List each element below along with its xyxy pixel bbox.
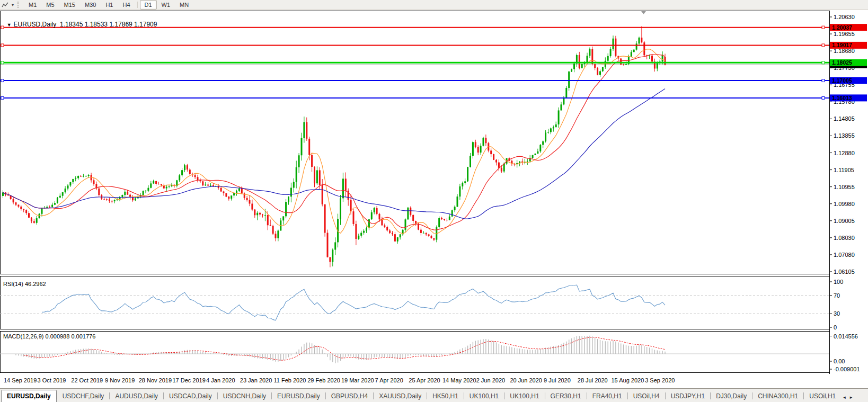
svg-text:1.18025: 1.18025 xyxy=(832,59,852,66)
svg-text:7 Apr 2020: 7 Apr 2020 xyxy=(375,377,403,383)
svg-text:23 Jan 2020: 23 Jan 2020 xyxy=(240,377,272,383)
chart-tab-ger30-h1[interactable]: GER30,H1 xyxy=(545,390,587,402)
svg-text:29 Feb 2020: 29 Feb 2020 xyxy=(307,377,340,383)
svg-text:1.08030: 1.08030 xyxy=(834,235,855,241)
chart-tab-bar: EURUSD,DailyUSDCHF,DailyAUDUSD,DailyUSDC… xyxy=(0,388,868,402)
chart-object-icon[interactable] xyxy=(0,1,10,9)
toolbar-separator xyxy=(137,2,138,8)
svg-text:20 Jun 2020: 20 Jun 2020 xyxy=(510,377,542,383)
svg-text:15 Aug 2020: 15 Aug 2020 xyxy=(612,377,644,383)
timeframe-button-mn[interactable]: MN xyxy=(175,0,193,10)
svg-text:0.014556: 0.014556 xyxy=(834,333,858,340)
chart-menu-triangle-icon[interactable]: ▼ xyxy=(7,22,12,28)
chart-tab-hk50-h1[interactable]: HK50,H1 xyxy=(427,390,464,402)
svg-text:9 Nov 2019: 9 Nov 2019 xyxy=(105,377,135,383)
svg-text:1.19017: 1.19017 xyxy=(832,42,852,48)
timeframe-button-m1[interactable]: M1 xyxy=(24,0,41,10)
svg-text:1.20037: 1.20037 xyxy=(832,24,852,31)
svg-text:19 Mar 2020: 19 Mar 2020 xyxy=(341,377,374,383)
svg-text:1.14805: 1.14805 xyxy=(834,115,855,122)
chart-tab-uk100-h1[interactable]: UK100,H1 xyxy=(464,390,504,402)
chart-tab-eurusd-daily[interactable]: EURUSD,Daily xyxy=(272,390,325,402)
chart-title: ▼EURUSD,Daily 1.18345 1.18533 1.17869 1.… xyxy=(3,13,157,28)
timeframe-button-h4[interactable]: H4 xyxy=(118,0,135,10)
toolbar-grip[interactable] xyxy=(17,2,21,8)
svg-text:3 Oct 2019: 3 Oct 2019 xyxy=(38,377,66,383)
chart-tab-usdcnh-daily[interactable]: USDCNH,Daily xyxy=(218,390,271,402)
svg-text:1.09980: 1.09980 xyxy=(834,201,855,207)
tab-scroll-left-icon[interactable]: ◂ xyxy=(841,392,848,402)
timeframe-button-m15[interactable]: M15 xyxy=(59,0,80,10)
svg-text:22 Oct 2019: 22 Oct 2019 xyxy=(71,377,103,383)
timeframe-button-d1[interactable]: D1 xyxy=(140,0,157,10)
svg-text:1.16013: 1.16013 xyxy=(832,95,852,101)
svg-text:0.00: 0.00 xyxy=(834,358,845,364)
svg-text:28 Nov 2019: 28 Nov 2019 xyxy=(139,377,172,383)
chart-tab-usoil-h4[interactable]: USOil,H4 xyxy=(628,390,665,402)
svg-text:1.12880: 1.12880 xyxy=(834,150,855,156)
chart-canvas[interactable]: 1.206301.196551.186801.177301.167551.157… xyxy=(0,0,868,402)
svg-text:9 Jul 2020: 9 Jul 2020 xyxy=(544,377,571,383)
chevron-down-icon[interactable]: ▾ xyxy=(10,3,16,7)
chart-tab-usdchf-daily[interactable]: USDCHF,Daily xyxy=(57,390,110,402)
svg-text:1.09005: 1.09005 xyxy=(834,218,855,224)
svg-text:14 Sep 2019: 14 Sep 2019 xyxy=(4,377,37,383)
svg-text:30: 30 xyxy=(834,310,840,317)
svg-text:1.17005: 1.17005 xyxy=(832,77,852,84)
svg-text:1.18680: 1.18680 xyxy=(834,48,855,54)
svg-text:28 Jul 2020: 28 Jul 2020 xyxy=(578,377,608,383)
date-axis: 14 Sep 20193 Oct 201922 Oct 20199 Nov 20… xyxy=(4,377,675,383)
chart-tab-dj30-daily[interactable]: DJ30,Daily xyxy=(711,390,752,402)
chart-tab-fra40-h1[interactable]: FRA40,H1 xyxy=(587,390,627,402)
svg-text:-0.009001: -0.009001 xyxy=(834,366,860,372)
macd-indicator-label: MACD(12,26,9) 0.000988 0.001776 xyxy=(3,333,95,340)
chart-title-quotes: 1.18345 1.18533 1.17869 1.17909 xyxy=(60,21,157,28)
svg-text:0: 0 xyxy=(834,324,837,330)
chart-tab-china300-h1[interactable]: CHINA300,H1 xyxy=(752,390,803,402)
chart-title-symbol: EURUSD,Daily xyxy=(14,21,57,28)
svg-text:1.10955: 1.10955 xyxy=(834,184,855,190)
timeframe-button-m30[interactable]: M30 xyxy=(80,0,101,10)
svg-text:1.20630: 1.20630 xyxy=(834,14,855,20)
svg-text:1.06105: 1.06105 xyxy=(834,269,855,275)
tab-scroll-right-icon[interactable]: ▸ xyxy=(848,392,855,402)
timeframe-button-w1[interactable]: W1 xyxy=(157,0,175,10)
svg-text:3 Sep 2020: 3 Sep 2020 xyxy=(645,377,675,383)
chart-tab-usoil-h1[interactable]: USOil,H1 xyxy=(804,390,841,402)
svg-text:1.13855: 1.13855 xyxy=(834,132,855,139)
svg-text:25 Apr 2020: 25 Apr 2020 xyxy=(409,377,440,383)
rsi-indicator-label: RSI(14) 46.2962 xyxy=(3,281,46,287)
svg-text:11 Feb 2020: 11 Feb 2020 xyxy=(274,377,306,383)
svg-text:1.19655: 1.19655 xyxy=(834,31,855,37)
svg-text:4 Jan 2020: 4 Jan 2020 xyxy=(206,377,235,383)
chart-tab-gbpusd-h4[interactable]: GBPUSD,H4 xyxy=(326,390,373,402)
timeframe-button-m5[interactable]: M5 xyxy=(41,0,59,10)
timeframe-button-h1[interactable]: H1 xyxy=(101,0,118,10)
chart-tab-usdcad-daily[interactable]: USDCAD,Daily xyxy=(164,390,217,402)
svg-text:1.07080: 1.07080 xyxy=(834,252,855,258)
timeframe-toolbar: ▾ M1M5M15M30H1H4D1W1MN xyxy=(0,0,868,10)
svg-text:17 Dec 2019: 17 Dec 2019 xyxy=(172,377,205,383)
svg-text:100: 100 xyxy=(834,279,843,285)
chart-tab-audusd-daily[interactable]: AUDUSD,Daily xyxy=(110,390,163,402)
svg-text:2 Jun 2020: 2 Jun 2020 xyxy=(476,377,505,383)
chart-tab-uk100-h1[interactable]: UK100,H1 xyxy=(504,390,544,402)
chart-tab-eurusd-daily[interactable]: EURUSD,Daily xyxy=(1,390,57,402)
chart-tab-xauusd-daily[interactable]: XAUUSD,Daily xyxy=(374,390,427,402)
chart-tab-usdjpy-h1[interactable]: USDJPY,H1 xyxy=(666,390,710,402)
svg-text:1.11905: 1.11905 xyxy=(834,167,854,173)
svg-text:14 May 2020: 14 May 2020 xyxy=(442,377,476,383)
svg-text:70: 70 xyxy=(834,292,840,299)
